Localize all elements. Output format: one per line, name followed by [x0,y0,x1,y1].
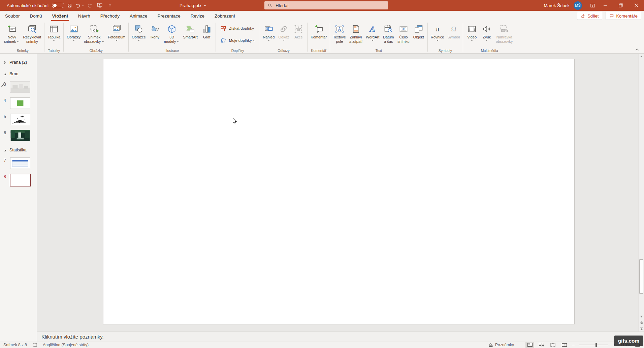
language-indicator[interactable]: Angličtina (Spojené státy) [43,343,89,347]
undo-button[interactable] [74,0,85,11]
tab-vlozeni[interactable]: Vložení [47,11,73,21]
ribbon-button-obrazce[interactable]: Obrazce [130,22,148,41]
ribbon-button-zahlavi-a-zapati[interactable]: Záhlavía zápatí [348,22,364,44]
ribbon-button-graf[interactable]: Graf [199,22,214,39]
ribbon-button-snimek-obrazovky[interactable]: Snímekobrazovky [82,22,106,44]
ribbon-button-smartart[interactable]: SmartArt [181,22,199,39]
share-button[interactable]: Sdílet [577,12,602,20]
tab-navrh[interactable]: Návrh [73,11,95,21]
ribbon-button-ikony[interactable]: Ikony [148,22,162,39]
ribbon-button-3d-modely[interactable]: 3Dmodely [162,22,181,44]
collapse-ribbon-button[interactable] [634,47,640,52]
ribbon-button-fotoalbum[interactable]: Fotoalbum [106,22,127,41]
ribbon-button-moje-doplnky[interactable]: Moje doplňky [217,35,258,46]
ribbon-button-recyklovat-snimky[interactable]: Recyklovatsnímky [21,22,43,44]
slide-number-icon: # [398,23,409,35]
slide-4-thumbnail[interactable] [10,97,30,109]
reuse-slides-icon [27,23,37,35]
ribbon-display-options-button[interactable] [587,0,598,11]
user-name[interactable]: Marek Šebek [544,3,570,8]
comment-bubble-icon [609,13,614,18]
tab-domu[interactable]: Domů [25,11,47,21]
minimize-icon [603,3,607,7]
comments-button[interactable]: Komentáře [606,12,641,20]
tab-prechody[interactable]: Přechody [95,11,125,21]
save-button[interactable] [64,0,74,11]
slide-section-header-brno[interactable]: Brno [0,71,37,77]
zoom-out-button[interactable]: − [571,342,575,348]
ribbon-group-multimedia: VideoZvukNahrávkaobrazovkyMultimédia [463,21,515,53]
slide-thumbnail-row-4[interactable]: 4 [0,97,37,109]
previous-slide-button[interactable] [639,320,644,325]
section-title: Brno [9,71,18,76]
autosave-toggle[interactable] [52,3,64,8]
button-label-2: a zápatí [349,39,362,44]
tab-zobrazeni[interactable]: Zobrazení [210,11,240,21]
view-reading-button[interactable] [548,342,557,348]
tab-soubor[interactable]: Soubor [0,11,25,21]
ribbon-button-ziskat-doplnky[interactable]: Získat doplňky [217,24,257,34]
slide-section-header-praha-2[interactable]: Praha (2) [0,60,37,65]
search-input[interactable] [276,3,370,8]
view-slideshow-button[interactable] [560,342,569,348]
spellcheck-book-icon[interactable] [32,343,37,347]
view-slide-sorter-button[interactable] [537,342,546,348]
ribbon-button-video[interactable]: Video [464,22,479,41]
slide-thumbnail-row-6[interactable]: 6 [0,130,37,141]
slide-5-thumbnail[interactable] [10,114,30,125]
tab-prezentace[interactable]: Prezentace [152,11,185,21]
notes-pane[interactable]: Kliknutím vložíte poznámky. [37,331,644,342]
group-divider [427,23,428,52]
ribbon-button-komentar[interactable]: Komentář [309,22,328,39]
slide-thumbnail-row-5[interactable]: 5 [0,114,37,125]
document-title[interactable]: Praha.pptx [180,0,206,11]
svg-text:A: A [338,27,341,32]
ribbon-group-label: Tabulky [48,48,60,53]
restore-button[interactable] [613,0,629,11]
slide-6-thumbnail[interactable] [10,130,30,141]
ribbon-button-objekt[interactable]: Objekt [411,22,426,39]
zoom-slider[interactable] [579,345,608,345]
scrollbar-thumb[interactable] [639,259,643,294]
scroll-up-button[interactable] [639,54,644,59]
slide-7-thumbnail[interactable] [10,157,30,169]
ribbon-button-wordart[interactable]: AWordArt [364,22,381,41]
slide-thumbnail-row-8[interactable]: 8 [0,174,37,186]
start-slideshow-button[interactable] [95,0,105,11]
ribbon-button-datum-a-cas[interactable]: Datuma čas [381,22,396,44]
view-normal-button[interactable] [525,342,534,348]
ribbon-button-obrazky[interactable]: Obrázky [65,22,82,41]
notes-toggle-button[interactable]: Poznámky [488,343,514,347]
tab-animace[interactable]: Animace [125,11,153,21]
customize-qat-button[interactable] [105,0,115,11]
tab-label: Zobrazení [215,13,235,19]
minimize-button[interactable] [598,0,613,11]
ribbon-button-nahled[interactable]: Náhled [261,22,277,41]
ribbon-button-novy-snimek[interactable]: Novýsnímek [2,22,21,44]
slide-section-header-statistika[interactable]: Statistika [0,147,37,153]
ribbon-button-cislo-snimku[interactable]: #Číslosnímku [396,22,411,44]
ribbon-button-tabulka[interactable]: Tabulka [46,22,62,41]
notes-placeholder[interactable]: Kliknutím vložíte poznámky. [41,334,104,340]
slide-thumbnail-row-7[interactable]: 7 [0,157,37,169]
button-label: Recyklovat [23,35,41,39]
close-icon [634,3,638,7]
zoom-slider-thumb[interactable] [595,343,597,347]
ribbon-button-textove-pole[interactable]: ATextovépole [331,22,348,44]
slide-thumbnail-row-3[interactable]: 3 [0,81,37,93]
slide-3-thumbnail[interactable] [10,81,30,93]
undo-icon [75,3,81,8]
next-slide-button[interactable] [639,326,644,331]
ribbon-button-zvuk[interactable]: Zvuk [479,22,494,41]
close-button[interactable] [629,0,644,11]
avatar[interactable]: MŠ [574,1,582,10]
vertical-scrollbar[interactable] [638,54,644,331]
search-box[interactable] [264,1,388,9]
button-label: SmartArt [183,35,197,39]
ribbon-button-rovnice[interactable]: πRovnice [429,22,446,41]
wordart-icon: A [367,23,378,35]
tab-revize[interactable]: Revize [186,11,210,21]
scroll-down-button[interactable] [639,314,644,319]
slide-8-thumbnail[interactable] [10,174,31,186]
slide-canvas[interactable] [103,59,575,324]
